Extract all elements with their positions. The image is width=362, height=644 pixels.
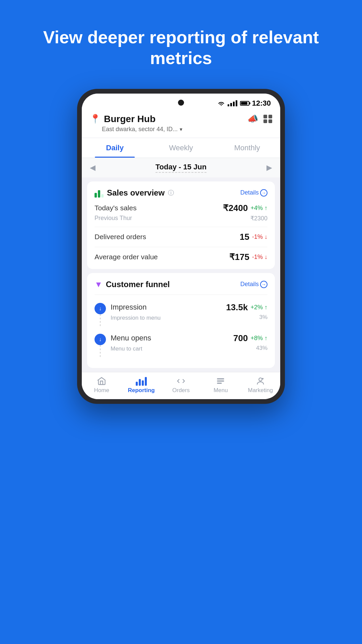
tab-daily[interactable]: Daily xyxy=(82,138,148,158)
svg-rect-1 xyxy=(217,380,224,382)
home-icon xyxy=(97,376,106,386)
prev-sales-row: Previous Thur ₹2300 xyxy=(95,215,267,222)
signal-icon xyxy=(228,100,237,106)
menu-opens-sub-value: 43% xyxy=(256,345,267,352)
impression-sub-label: Impression to menu xyxy=(111,315,161,321)
megaphone-icon[interactable]: 📣 xyxy=(247,114,258,124)
avg-order-change: -1% ↓ xyxy=(252,254,267,261)
delivered-orders-label: Delivered orders xyxy=(95,233,146,241)
svg-rect-0 xyxy=(217,378,224,380)
camera xyxy=(178,100,184,106)
prev-day-value: ₹2300 xyxy=(250,215,267,222)
period-tabs[interactable]: Daily Weekly Monthly xyxy=(82,138,280,158)
prev-date-button[interactable]: ◀ xyxy=(90,163,96,172)
bottom-navigation: Home Reporting Orders xyxy=(82,372,280,399)
date-label[interactable]: Today - 15 Jun xyxy=(156,163,206,173)
dropdown-arrow-icon: ▾ xyxy=(180,126,182,132)
wifi-icon xyxy=(218,101,225,106)
avg-order-label: Average order value xyxy=(95,253,158,261)
hero-title: View deeper reporting of relevant metric… xyxy=(0,0,362,89)
menu-opens-label: Menu opens xyxy=(111,334,151,342)
delivered-orders-value: 15 xyxy=(240,232,249,242)
nav-item-orders[interactable]: Orders xyxy=(161,376,201,394)
funnel-icon: ▼ xyxy=(95,280,103,289)
svg-point-3 xyxy=(259,378,262,381)
menu-opens-change: +8% ↑ xyxy=(250,335,267,342)
marketing-icon xyxy=(256,376,265,386)
svg-point-4 xyxy=(262,378,263,379)
delivered-orders-change: -1% ↓ xyxy=(252,233,267,240)
sales-details-link[interactable]: Details → xyxy=(240,189,267,197)
nav-home-label: Home xyxy=(94,387,109,394)
location-subtitle[interactable]: East dwarka, sector 44, ID... ▾ xyxy=(90,126,272,133)
impression-sub-value: 3% xyxy=(259,314,267,321)
header: 📍 Burger Hub 📣 East dwarka, xyxy=(82,110,280,138)
nav-item-menu[interactable]: Menu xyxy=(201,376,240,394)
menu-opens-sub-label: Menu to cart xyxy=(111,345,142,352)
delivered-orders-row: Delivered orders 15 -1% ↓ xyxy=(95,232,267,242)
menu-opens-icon: ↓ xyxy=(95,334,106,345)
location-pin-icon: 📍 xyxy=(90,114,101,124)
svg-rect-2 xyxy=(217,382,222,384)
status-bar: 12:30 xyxy=(82,94,280,110)
header-icons[interactable]: 📣 xyxy=(247,114,272,124)
funnel-title: Customer funnel xyxy=(106,280,170,289)
nav-marketing-label: Marketing xyxy=(248,387,273,394)
funnel-details-label: Details xyxy=(240,281,259,288)
impression-value: 13.5k xyxy=(226,302,248,313)
orders-icon xyxy=(176,376,186,386)
impression-change: +2% ↑ xyxy=(250,304,267,311)
battery-icon xyxy=(240,101,249,106)
tab-monthly[interactable]: Monthly xyxy=(214,138,280,158)
date-navigation: ◀ Today - 15 Jun ▶ xyxy=(82,158,280,177)
funnel-details-link[interactable]: Details → xyxy=(240,281,267,288)
impression-icon: ↓ xyxy=(95,303,106,314)
nav-item-home[interactable]: Home xyxy=(82,376,121,394)
menu-opens-row: ↓ Menu opens 700 +8% ↑ Menu to cart xyxy=(95,330,267,361)
nav-orders-label: Orders xyxy=(172,387,190,394)
next-date-button[interactable]: ▶ xyxy=(266,163,272,172)
todays-sales-row: Today's sales ₹2400 +4% ↑ xyxy=(95,203,267,213)
sales-overview-card: Sales overview ⓘ Details → Today's sales… xyxy=(87,181,275,269)
avg-order-row: Average order value ₹175 -1% ↓ xyxy=(95,252,267,262)
status-time: 12:30 xyxy=(252,99,271,108)
customer-funnel-card: ▼ Customer funnel Details → ↓ xyxy=(87,273,275,368)
location-text: East dwarka, sector 44, ID... xyxy=(102,126,178,133)
sales-details-label: Details xyxy=(240,189,259,196)
nav-item-reporting[interactable]: Reporting xyxy=(121,376,161,394)
todays-sales-change: +4% ↑ xyxy=(250,205,267,212)
impression-row: ↓ Impression 13.5k +2% ↑ Impression xyxy=(95,300,267,330)
todays-sales-value: ₹2400 xyxy=(223,203,248,213)
brand-info: 📍 Burger Hub xyxy=(90,114,156,124)
sales-details-arrow-icon: → xyxy=(260,189,267,197)
tab-weekly[interactable]: Weekly xyxy=(148,138,214,158)
status-icons: 12:30 xyxy=(218,99,271,108)
nav-reporting-label: Reporting xyxy=(128,387,155,394)
phone-frame: 12:30 📍 Burger Hub 📣 xyxy=(77,89,285,404)
sales-overview-title: Sales overview xyxy=(107,188,165,198)
funnel-details-arrow-icon: → xyxy=(260,281,267,288)
grid-icon[interactable] xyxy=(263,115,272,123)
avg-order-value: ₹175 xyxy=(229,252,249,262)
impression-label: Impression xyxy=(111,303,147,312)
reporting-icon xyxy=(136,376,147,386)
menu-opens-value: 700 xyxy=(233,333,248,343)
nav-item-marketing[interactable]: Marketing xyxy=(241,376,280,394)
prev-day-label: Previous Thur xyxy=(95,215,132,222)
sales-chart-icon xyxy=(95,188,104,198)
menu-icon xyxy=(216,376,225,386)
sales-info-icon[interactable]: ⓘ xyxy=(168,189,174,197)
brand-name: Burger Hub xyxy=(104,114,156,124)
nav-menu-label: Menu xyxy=(214,387,228,394)
todays-sales-label: Today's sales xyxy=(95,204,136,212)
